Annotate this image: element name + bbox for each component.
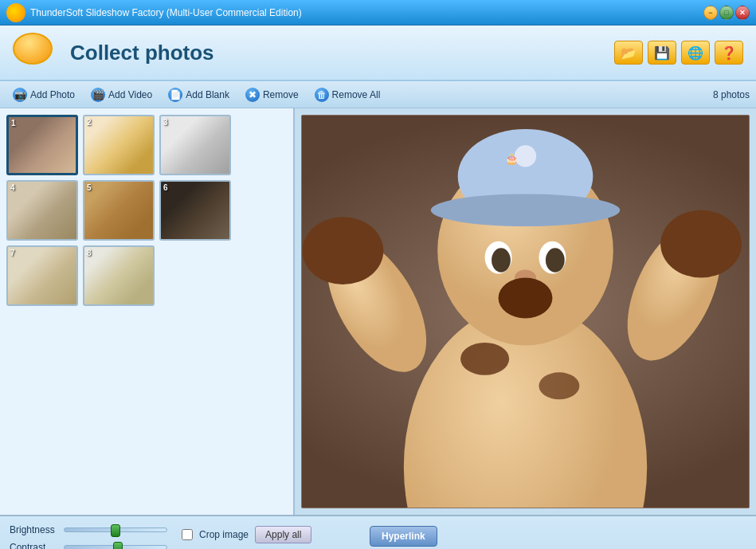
photo-thumb-1[interactable]: 1 — [6, 115, 78, 175]
main-area: 1 2 3 4 5 6 7 8 — [0, 108, 756, 515]
svg-point-8 — [431, 194, 621, 226]
preview-panel: 🎂 — [295, 108, 756, 515]
contrast-label: Contrast — [10, 542, 57, 549]
photo-num-2: 2 — [87, 118, 92, 127]
add-photo-icon: 📷 — [13, 88, 27, 102]
brightness-row: Brightness — [10, 524, 169, 535]
brightness-handle[interactable] — [111, 524, 120, 537]
add-video-icon: 🎬 — [91, 88, 105, 102]
image-preview: 🎂 — [301, 115, 750, 508]
photo-grid: 1 2 3 4 5 6 7 8 — [6, 115, 287, 306]
photo-thumb-8[interactable]: 8 — [83, 245, 155, 306]
remove-all-button[interactable]: 🗑 Remove All — [308, 85, 387, 104]
photo-num-8: 8 — [87, 249, 92, 257]
right-controls: Hyperlink — [370, 526, 437, 547]
contrast-row: Contrast — [10, 542, 169, 549]
photo-thumb-3[interactable]: 3 — [159, 115, 231, 175]
photo-count: 8 photos — [713, 89, 750, 100]
open-folder-icon[interactable]: 📂 — [614, 41, 643, 65]
header-icons: 📂 💾 🌐 ❓ — [614, 41, 743, 65]
crop-image-label: Crop image — [199, 529, 249, 540]
add-photo-label: Add Photo — [30, 89, 75, 100]
svg-point-11 — [492, 248, 511, 273]
add-video-label: Add Video — [108, 89, 152, 100]
photo-thumb-2[interactable]: 2 — [83, 115, 155, 175]
add-photo-button[interactable]: 📷 Add Photo — [6, 85, 81, 104]
left-controls: Brightness Contrast ▼ ▲ ↩ ↔ Effect NoneG… — [10, 524, 169, 549]
maximize-button[interactable]: □ — [719, 6, 734, 20]
photo-num-5: 5 — [87, 183, 92, 192]
photo-thumb-7[interactable]: 7 — [6, 245, 78, 306]
photo-thumb-6[interactable]: 6 — [159, 180, 231, 241]
contrast-handle[interactable] — [113, 542, 123, 549]
hyperlink-button[interactable]: Hyperlink — [370, 526, 437, 547]
photo-thumb-5[interactable]: 5 — [83, 180, 155, 241]
globe-icon[interactable]: 🌐 — [681, 41, 710, 65]
toolbar: 📷 Add Photo 🎬 Add Video 📄 Add Blank ✖ Re… — [0, 81, 756, 108]
photo-panel: 1 2 3 4 5 6 7 8 — [0, 108, 295, 515]
remove-label: Remove — [263, 89, 299, 100]
save-icon[interactable]: 💾 — [648, 41, 676, 65]
close-button[interactable]: ✕ — [735, 6, 750, 20]
contrast-slider[interactable] — [64, 545, 167, 549]
crop-image-row: Crop image Apply all — [182, 526, 357, 543]
add-blank-button[interactable]: 📄 Add Blank — [162, 85, 236, 104]
remove-all-icon: 🗑 — [315, 88, 329, 102]
svg-point-4 — [303, 217, 384, 284]
center-controls: Crop image Apply all Crop rate Custom4:3… — [182, 526, 357, 549]
svg-point-16 — [539, 372, 579, 399]
titlebar: ThunderSoft Slideshow Factory (Multi-Use… — [0, 0, 756, 25]
brightness-label: Brightness — [10, 524, 57, 535]
header: Collect photos 📂 💾 🌐 ❓ — [0, 25, 756, 81]
remove-icon: ✖ — [245, 88, 260, 102]
logo-graphic — [13, 33, 53, 65]
remove-button[interactable]: ✖ Remove — [239, 85, 305, 104]
photo-num-1: 1 — [11, 119, 16, 127]
help-icon[interactable]: ❓ — [715, 41, 743, 65]
add-blank-label: Add Blank — [186, 89, 229, 100]
svg-text:🎂: 🎂 — [505, 152, 519, 166]
app-icon — [6, 3, 25, 22]
brightness-slider[interactable] — [64, 527, 167, 532]
add-video-button[interactable]: 🎬 Add Video — [84, 85, 159, 104]
page-title: Collect photos — [70, 41, 214, 65]
photo-num-6: 6 — [163, 183, 168, 192]
preview-image: 🎂 — [302, 116, 749, 508]
remove-all-label: Remove All — [332, 89, 381, 100]
photo-num-4: 4 — [10, 183, 15, 192]
svg-point-15 — [460, 343, 509, 375]
minimize-button[interactable]: − — [703, 6, 718, 20]
add-blank-icon: 📄 — [168, 88, 182, 102]
controls-area: Brightness Contrast ▼ ▲ ↩ ↔ Effect NoneG… — [0, 515, 756, 549]
apply-all-button[interactable]: Apply all — [255, 526, 311, 543]
crop-image-checkbox[interactable] — [182, 529, 193, 540]
app-title: ThunderSoft Slideshow Factory (Multi-Use… — [30, 7, 703, 18]
svg-point-14 — [499, 278, 553, 319]
photo-num-3: 3 — [163, 118, 168, 127]
photo-num-7: 7 — [10, 249, 15, 257]
window-controls: − □ ✕ — [703, 6, 750, 20]
app-logo — [13, 33, 61, 73]
svg-point-5 — [660, 210, 742, 278]
photo-thumb-4[interactable]: 4 — [6, 180, 78, 241]
svg-point-12 — [546, 248, 565, 273]
